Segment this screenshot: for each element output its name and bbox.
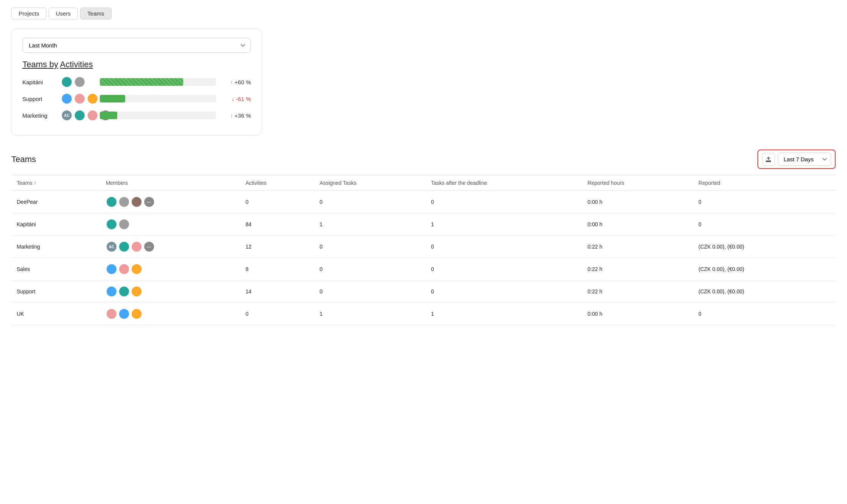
col-teams-label: Teams ↑ [17,180,95,186]
activity-team-name: Kapitáni [22,79,57,85]
avatar [118,286,130,297]
col-header-members: Members [101,175,240,191]
cell-hours: 0:22 h [582,280,693,303]
col-header-activities: Activities [240,175,314,191]
cell-hours: 0:22 h [582,236,693,258]
teams-table: Teams ↑ Members Activities Assigned Task… [11,175,836,325]
cell-assigned: 0 [314,280,425,303]
table-row: UK 0 1 1 0:00 h 0 [11,303,836,325]
avatar [106,263,117,275]
cell-activities: 14 [240,280,314,303]
period-dropdown-activities[interactable]: Last Week Last Month Last 3 Months Last … [22,38,251,53]
avatar-more: ··· [143,196,155,208]
cell-deadline: 1 [426,213,583,236]
cell-assigned: 0 [314,236,425,258]
activity-row-marketing: Marketing AC ··· ↑ +36 % [22,110,251,121]
avatar [87,93,98,104]
col-header-teams[interactable]: Teams ↑ [11,175,101,191]
avatar [87,110,98,121]
cell-assigned: 1 [314,303,425,325]
cell-reported: 0 [693,303,836,325]
pct-value: -61 % [236,96,251,102]
cell-deadline: 0 [426,191,583,213]
avatar [118,196,130,208]
members-cell: ··· [106,196,235,208]
cell-assigned: 0 [314,191,425,213]
cell-team-name: Kapitáni [11,213,101,236]
avatar [106,196,117,208]
activity-pct: ↓ -61 % [220,96,251,102]
svg-rect-2 [766,161,771,162]
cell-team-name: Marketing [11,236,101,258]
cell-activities: 12 [240,236,314,258]
avatar [131,241,142,252]
top-tabs: Projects Users Teams [11,8,836,19]
activity-bar-container [100,95,216,102]
avatar [131,308,142,320]
activity-team-name: Support [22,96,57,102]
cell-activities: 8 [240,258,314,280]
teams-section-title: Teams [11,154,36,164]
table-row: Support 14 0 0 0:22 h (CZK 0.00), (€0.00… [11,280,836,303]
activity-bar-fill [100,78,183,86]
activity-pct: ↑ +60 % [220,79,251,85]
members-cell [106,308,235,320]
cell-deadline: 0 [426,258,583,280]
avatar-initials: AC [61,110,72,121]
cell-deadline: 0 [426,236,583,258]
avatar [118,219,130,230]
arrow-up-icon: ↑ [230,79,233,85]
cell-hours: 0:00 h [582,213,693,236]
activities-title-underline: Activities [60,60,93,69]
avatar [131,263,142,275]
avatar [61,76,72,88]
activity-team-avatars [61,76,95,88]
cell-team-name: Support [11,280,101,303]
col-header-hours: Reported hours [582,175,693,191]
period-dropdown-teams[interactable]: Last 7 Days Last 30 Days Last Month Last… [778,153,831,166]
cell-reported: (CZK 0.00), (€0.00) [693,236,836,258]
table-row: Marketing AC ··· 12 0 0 0:22 h (CZK 0.00… [11,236,836,258]
cell-hours: 0:00 h [582,303,693,325]
activity-bar-fill [100,95,125,102]
cell-activities: 0 [240,303,314,325]
cell-members [101,303,240,325]
tab-projects[interactable]: Projects [11,8,46,19]
activity-bar-container [100,112,216,119]
cell-deadline: 1 [426,303,583,325]
avatar [106,308,117,320]
avatar [118,241,130,252]
avatar [106,286,117,297]
tab-teams[interactable]: Teams [80,8,111,19]
arrow-up-icon: ↑ [230,112,233,119]
cell-hours: 0:22 h [582,258,693,280]
avatar [74,93,85,104]
cell-team-name: UK [11,303,101,325]
arrow-down-icon: ↓ [231,96,235,102]
table-header-row: Teams ↑ Members Activities Assigned Task… [11,175,836,191]
tab-users[interactable]: Users [49,8,78,19]
export-button[interactable] [762,153,775,166]
table-row: DeePear ··· 0 0 0 0:00 h 0 [11,191,836,213]
avatar-more: ··· [143,241,155,252]
avatar [106,219,117,230]
cell-reported: 0 [693,213,836,236]
activity-pct: ↑ +36 % [220,112,251,119]
activity-bar-fill [100,112,117,119]
cell-assigned: 0 [314,258,425,280]
avatar-initials: AC [106,241,117,252]
cell-members [101,280,240,303]
activity-row-support: Support ↓ -61 % [22,93,251,104]
col-header-reported: Reported [693,175,836,191]
cell-members: AC ··· [101,236,240,258]
members-cell [106,219,235,230]
cell-members [101,258,240,280]
cell-team-name: Sales [11,258,101,280]
cell-assigned: 1 [314,213,425,236]
cell-deadline: 0 [426,280,583,303]
avatar [118,263,130,275]
cell-members [101,213,240,236]
members-cell: AC ··· [106,241,235,252]
pct-value: +60 % [235,79,251,85]
activity-row-kapitani: Kapitáni ↑ +60 % [22,76,251,88]
